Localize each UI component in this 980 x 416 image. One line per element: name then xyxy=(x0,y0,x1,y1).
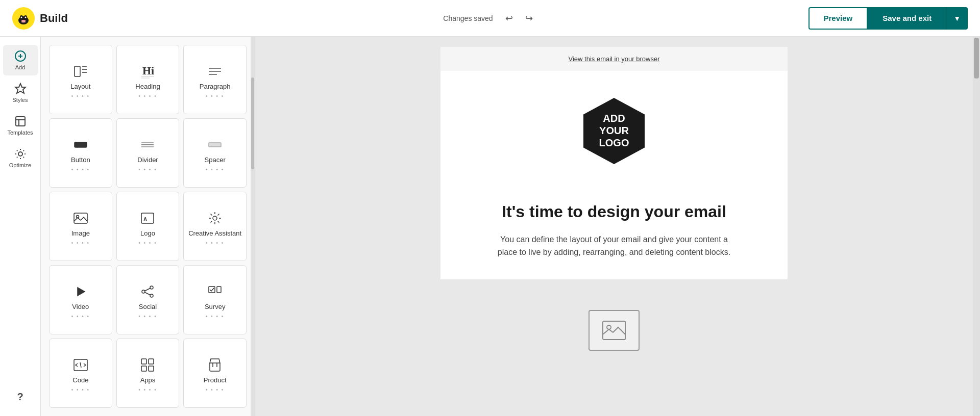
apps-icon xyxy=(139,357,156,373)
email-subtext: You can define the layout of your email … xyxy=(492,233,737,259)
svg-text:ADD: ADD xyxy=(603,113,625,124)
panel-scrollbar-thumb xyxy=(251,77,254,169)
logo-block-icon: A xyxy=(139,210,156,226)
save-exit-button[interactable]: Save and exit xyxy=(868,7,946,30)
email-body: It's time to design your email You can d… xyxy=(440,191,788,279)
block-product[interactable]: Product • • • • xyxy=(183,339,247,408)
creative-assistant-icon xyxy=(207,210,223,226)
block-heading-label: Heading xyxy=(135,83,160,90)
add-logo-hexagon: ADD YOUR LOGO xyxy=(578,95,650,167)
block-survey[interactable]: Survey • • • • xyxy=(183,265,247,334)
panel-scrollbar-track[interactable] xyxy=(251,37,255,416)
sidebar-nav: Add Styles Templates Optimize ? xyxy=(0,37,41,416)
sidebar-item-add[interactable]: Add xyxy=(3,45,38,75)
app-title: Build xyxy=(40,12,68,25)
svg-text:YOUR: YOUR xyxy=(599,125,629,136)
svg-rect-54 xyxy=(149,359,154,364)
header-actions: Preview Save and exit ▼ xyxy=(808,7,968,30)
block-divider[interactable]: Divider • • • • xyxy=(116,118,180,188)
svg-rect-55 xyxy=(141,366,146,371)
block-paragraph-label: Paragraph xyxy=(200,83,231,90)
block-creative-assistant-label: Creative Assistant xyxy=(188,229,241,237)
svg-line-47 xyxy=(145,289,150,291)
heading-icon: Hi xyxy=(139,63,156,80)
styles-icon xyxy=(14,83,27,95)
svg-marker-10 xyxy=(15,84,26,93)
sidebar-item-styles[interactable]: Styles xyxy=(3,77,38,108)
block-logo[interactable]: A Logo • • • • xyxy=(116,192,180,261)
sidebar-styles-label: Styles xyxy=(13,97,28,103)
svg-text:LOGO: LOGO xyxy=(599,137,629,148)
svg-line-39 xyxy=(211,214,212,216)
email-headline: It's time to design your email xyxy=(465,201,763,223)
svg-line-42 xyxy=(211,221,212,223)
block-image[interactable]: Image • • • • xyxy=(49,192,112,261)
view-in-browser-link[interactable]: View this email in your browser xyxy=(569,55,660,63)
sidebar-item-help[interactable]: ? xyxy=(3,386,38,408)
save-exit-dropdown-button[interactable]: ▼ xyxy=(946,7,968,30)
svg-point-34 xyxy=(213,216,217,220)
canvas-scrollbar[interactable] xyxy=(973,37,980,416)
block-social-label: Social xyxy=(139,303,157,310)
blocks-grid: Layout • • • • Hi Heading • • • • xyxy=(41,37,255,416)
svg-line-41 xyxy=(218,214,219,216)
block-spacer[interactable]: Spacer • • • • xyxy=(183,118,247,188)
templates-icon xyxy=(14,115,27,127)
sidebar-item-optimize[interactable]: Optimize xyxy=(3,143,38,173)
block-layout[interactable]: Layout • • • • xyxy=(49,45,112,114)
svg-point-45 xyxy=(142,290,145,293)
button-icon xyxy=(72,137,89,153)
svg-point-4 xyxy=(21,16,22,18)
svg-marker-43 xyxy=(78,288,85,296)
sidebar-templates-label: Templates xyxy=(7,129,33,136)
block-product-label: Product xyxy=(204,376,227,384)
optimize-icon xyxy=(14,148,27,160)
svg-rect-49 xyxy=(209,287,215,293)
block-layout-label: Layout xyxy=(70,83,90,90)
block-social[interactable]: Social • • • • xyxy=(116,265,180,334)
block-spacer-label: Spacer xyxy=(205,156,226,164)
survey-icon xyxy=(207,283,223,300)
block-code[interactable]: Code • • • • xyxy=(49,339,112,408)
block-apps[interactable]: Apps • • • • xyxy=(116,339,180,408)
svg-rect-56 xyxy=(149,366,154,371)
code-icon xyxy=(72,357,89,373)
svg-rect-30 xyxy=(74,213,87,223)
block-divider-label: Divider xyxy=(137,156,158,164)
spacer-icon xyxy=(207,137,223,153)
block-paragraph[interactable]: Paragraph • • • • xyxy=(183,45,247,114)
block-code-label: Code xyxy=(72,376,88,384)
product-icon xyxy=(207,357,223,373)
header-center: Changes saved ↩ ↪ xyxy=(443,11,536,26)
email-logo-section: ADD YOUR LOGO xyxy=(440,71,788,191)
sidebar-optimize-label: Optimize xyxy=(9,162,31,168)
block-survey-label: Survey xyxy=(205,303,225,310)
block-heading[interactable]: Hi Heading • • • • xyxy=(116,45,180,114)
redo-button[interactable]: ↪ xyxy=(521,11,537,26)
block-creative-assistant[interactable]: Creative Assistant • • • • xyxy=(183,192,247,261)
email-topbar: View this email in your browser xyxy=(440,47,788,71)
svg-point-46 xyxy=(150,294,153,297)
image-placeholder-icon xyxy=(602,320,626,341)
email-container: View this email in your browser ADD YOUR… xyxy=(440,47,788,381)
social-icon xyxy=(139,283,156,300)
divider-icon xyxy=(139,137,156,153)
svg-rect-11 xyxy=(16,117,25,126)
undo-redo-group: ↩ ↪ xyxy=(501,11,537,26)
block-image-label: Image xyxy=(71,229,90,237)
block-video[interactable]: Video • • • • xyxy=(49,265,112,334)
app-header: Build Changes saved ↩ ↪ Preview Save and… xyxy=(0,0,980,37)
image-icon xyxy=(72,210,89,226)
preview-button[interactable]: Preview xyxy=(808,7,868,30)
undo-button[interactable]: ↩ xyxy=(501,11,517,26)
paragraph-icon xyxy=(207,63,223,80)
sidebar-item-templates[interactable]: Templates xyxy=(3,110,38,141)
svg-rect-50 xyxy=(217,287,221,293)
svg-text:Hi: Hi xyxy=(142,64,154,77)
svg-line-40 xyxy=(218,221,219,223)
help-icon: ? xyxy=(17,391,23,403)
block-button-label: Button xyxy=(71,156,90,164)
video-icon xyxy=(72,283,89,300)
block-button[interactable]: Button • • • • xyxy=(49,118,112,188)
svg-line-52 xyxy=(80,362,81,368)
